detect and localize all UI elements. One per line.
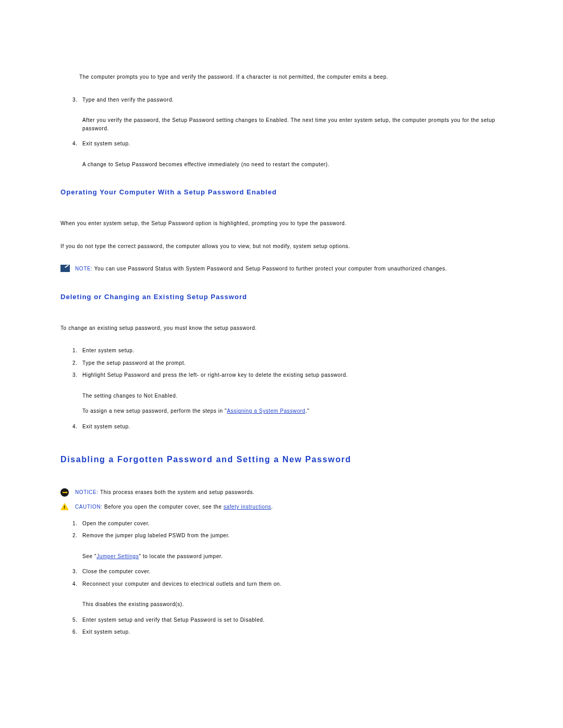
heading-operating: Operating Your Computer With a Setup Pas… bbox=[60, 187, 503, 198]
after3b-pre: To assign a new setup password, perform … bbox=[82, 408, 227, 414]
step-3-after: After you verify the password, the Setup… bbox=[82, 116, 503, 132]
dis-step-2: Remove the jumper plug labeled PSWD from… bbox=[79, 532, 503, 560]
link-jumper-settings[interactable]: Jumper Settings bbox=[96, 553, 139, 559]
caution-icon-cell bbox=[60, 503, 75, 510]
del-step-4: Exit system setup. bbox=[79, 423, 503, 431]
caution-triangle-icon bbox=[60, 503, 69, 510]
dis-step-3: Close the computer cover. bbox=[79, 567, 503, 576]
dis-step-2-text: Remove the jumper plug labeled PSWD from… bbox=[82, 533, 230, 538]
del-step-3-text: Highlight Setup Password and press the l… bbox=[82, 372, 348, 378]
step-4-text: Exit system setup. bbox=[82, 141, 130, 146]
step-4: Exit system setup. A change to Setup Pas… bbox=[79, 140, 503, 168]
dis-step-4: Reconnect your computer and devices to e… bbox=[79, 580, 503, 609]
heading-deleting: Deleting or Changing an Existing Setup P… bbox=[60, 292, 503, 302]
step-3: Type and then verify the password. After… bbox=[79, 96, 503, 133]
setup-list-cont: Type and then verify the password. After… bbox=[60, 96, 503, 169]
notice-body: NOTICE: This process erases both the sys… bbox=[75, 488, 503, 497]
del-step-2: Type the setup password at the prompt. bbox=[79, 359, 503, 367]
disable-list: Open the computer cover. Remove the jump… bbox=[60, 520, 503, 636]
heading-disabling: Disabling a Forgotten Password and Setti… bbox=[60, 453, 503, 466]
notice-label: NOTICE: bbox=[75, 489, 99, 495]
dis-step-4-after: This disables the existing password(s). bbox=[82, 600, 503, 609]
link-assign-system-password[interactable]: Assigning a System Password bbox=[227, 408, 305, 414]
caution-post: . bbox=[271, 504, 273, 510]
caution-body: CAUTION: Before you open the computer co… bbox=[75, 503, 503, 511]
note-icon bbox=[60, 265, 70, 272]
intro-p1: The computer prompts you to type and ver… bbox=[79, 73, 503, 81]
del-step-3-after-b: To assign a new setup password, perform … bbox=[82, 407, 503, 415]
notice-row: NOTICE: This process erases both the sys… bbox=[60, 488, 503, 497]
del-step-3: Highlight Setup Password and press the l… bbox=[79, 371, 503, 415]
notice-text: This process erases both the system and … bbox=[99, 489, 255, 495]
sec1-p2: If you do not type the correct password,… bbox=[60, 242, 503, 251]
delete-list: Enter system setup. Type the setup passw… bbox=[60, 347, 503, 430]
dis-step-4-text: Reconnect your computer and devices to e… bbox=[82, 581, 282, 587]
note-text: You can use Password Status with System … bbox=[93, 266, 447, 272]
del-step-3-after-a: The setting changes to Not Enabled. bbox=[82, 392, 503, 400]
note-icon-cell bbox=[60, 265, 75, 272]
caution-label: CAUTION: bbox=[75, 504, 103, 510]
note-label: NOTE: bbox=[75, 266, 93, 272]
after3b-post: ." bbox=[305, 408, 310, 414]
step-4-after: A change to Setup Password becomes effec… bbox=[82, 161, 503, 169]
after2-pre: See " bbox=[82, 553, 96, 559]
notice-icon-cell bbox=[60, 488, 75, 497]
dis-step-6: Exit system setup. bbox=[79, 628, 503, 636]
sec1-p1: When you enter system setup, the Setup P… bbox=[60, 219, 503, 228]
note-body: NOTE: You can use Password Status with S… bbox=[75, 265, 503, 273]
step-3-text: Type and then verify the password. bbox=[82, 97, 174, 103]
after2-post: " to locate the password jumper. bbox=[139, 553, 223, 559]
caution-row: CAUTION: Before you open the computer co… bbox=[60, 503, 503, 511]
note-row: NOTE: You can use Password Status with S… bbox=[60, 265, 503, 273]
del-step-1: Enter system setup. bbox=[79, 347, 503, 355]
notice-arrow-icon bbox=[60, 488, 69, 497]
dis-step-5: Enter system setup and verify that Setup… bbox=[79, 616, 503, 624]
sec2-p1: To change an existing setup password, yo… bbox=[60, 324, 503, 332]
link-safety-instructions[interactable]: safety instructions bbox=[224, 504, 271, 510]
dis-step-2-after: See "Jumper Settings" to locate the pass… bbox=[82, 552, 503, 561]
caution-pre: Before you open the computer cover, see … bbox=[103, 504, 224, 510]
dis-step-1: Open the computer cover. bbox=[79, 520, 503, 528]
